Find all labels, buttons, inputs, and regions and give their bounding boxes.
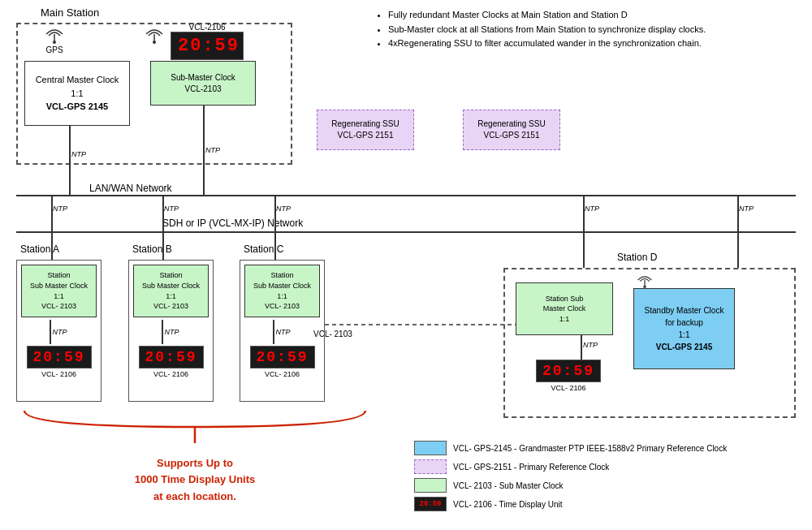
- legend-box-3: [414, 478, 447, 493]
- station-b-display-area: 20:59 VCL- 2106: [129, 346, 213, 378]
- station-c-vcl: VCL- 2106: [240, 370, 324, 378]
- central-master-clock: Central Master Clock 1:1 VCL-GPS 2145: [24, 61, 130, 126]
- ntp-d-right: NTP: [739, 205, 754, 213]
- station-d-ntp-line: [581, 335, 582, 360]
- standby-master-clock: Standby Master Clockfor backup 1:1 VCL-G…: [633, 288, 735, 369]
- station-a-digital: 20:59: [27, 346, 92, 368]
- station-a-box: StationSub Master Clock 1:1 VCL- 2103 NT…: [16, 260, 102, 402]
- main-station-label: Main Station: [41, 6, 99, 19]
- central-master-model: VCL-GPS 2145: [46, 100, 108, 114]
- vline-station-d: [583, 195, 585, 231]
- station-c-sub-title: StationSub Master Clock: [253, 270, 311, 291]
- curly-text: Supports Up to1000 Time Display Unitsat …: [16, 455, 374, 506]
- station-c-ntp-label: NTP: [276, 328, 291, 336]
- vline-central-left: [69, 126, 71, 196]
- svg-point-3: [153, 41, 156, 44]
- station-a-sub-title: StationSub Master Clock: [30, 270, 88, 291]
- station-c-sub-master: StationSub Master Clock 1:1 VCL- 2103: [244, 265, 320, 317]
- station-a-ntp-label: NTP: [53, 328, 67, 336]
- central-master-ratio: 1:1: [71, 87, 83, 101]
- legend-item-1: VCL- GPS-2145 - Grandmaster PTP IEEE-158…: [414, 441, 796, 455]
- station-a-vcl: VCL- 2106: [17, 370, 101, 378]
- station-c-model: VCL- 2103: [265, 301, 300, 312]
- legend-text-4: VCL- 2106 - Time Display Unit: [453, 500, 563, 509]
- station-b-ntp-row: NTP: [145, 320, 213, 344]
- station-a-label: Station A: [20, 243, 59, 255]
- station-d-sub-master: Station SubMaster Clock 1:1: [516, 282, 613, 335]
- legend-text-3: VCL- 2103 - Sub Master Clock: [453, 481, 564, 490]
- station-a-model: VCL- 2103: [41, 301, 76, 312]
- station-c-ratio: 1:1: [277, 291, 287, 302]
- standby-model: VCL-GPS 2145: [656, 341, 712, 353]
- regen-ssu-1: Regenerating SSU VCL-GPS 2151: [317, 110, 414, 150]
- bullet-2: Sub-Master clock at all Stations from Ma…: [388, 23, 796, 37]
- station-d-gps-antenna: [633, 272, 656, 290]
- legend-box-1: [414, 441, 447, 455]
- station-c-digital: 20:59: [250, 346, 315, 368]
- curly-brace-area: Supports Up to1000 Time Display Unitsat …: [16, 407, 374, 506]
- ntp-b-top: NTP: [164, 205, 179, 213]
- central-master-title: Central Master Clock: [36, 73, 119, 87]
- station-b-box: StationSub Master Clock 1:1 VCL- 2103 NT…: [128, 260, 214, 402]
- diagram: Fully redundant Master Clocks at Main St…: [0, 0, 812, 530]
- station-b-vcl: VCL- 2106: [129, 370, 213, 378]
- station-a-ntp-line: [50, 320, 51, 344]
- legend-text-2: VCL- GPS-2151 - Primary Reference Clock: [453, 463, 609, 472]
- vcl2106-top-label: VCL-2106 20:59: [171, 23, 244, 60]
- vline-a-sdh: [51, 231, 53, 260]
- legend-text-1: VCL- GPS-2145 - Grandmaster PTP IEEE-158…: [453, 444, 727, 453]
- station-c-label: Station C: [244, 243, 283, 255]
- station-a-ratio: 1:1: [54, 291, 64, 302]
- station-a-display-area: 20:59 VCL- 2106: [17, 346, 101, 378]
- legend-box-2: [414, 459, 447, 474]
- vline-c-sdh: [274, 231, 276, 260]
- sub-master-main: Sub-Master Clock VCL-2103: [150, 61, 256, 106]
- sdh-network-label: SDH or IP (VCL-MX-IP) Network: [162, 218, 303, 229]
- station-d-label: Station D: [617, 252, 657, 263]
- regen-ssu-2-model: VCL-GPS 2151: [484, 130, 540, 141]
- sub-master-model: VCL-2103: [184, 84, 221, 95]
- station-c-box: StationSub Master Clock 1:1 VCL- 2103 NT…: [240, 260, 325, 402]
- vline-d-right-sdh: [737, 231, 739, 268]
- station-a-sub-master: StationSub Master Clock 1:1 VCL- 2103: [21, 265, 97, 317]
- station-d-ratio: 1:1: [559, 314, 570, 325]
- ntp-label-left: NTP: [71, 150, 86, 158]
- station-d-vcl2106: VCL- 2106: [536, 384, 601, 392]
- legend-display-4: 20:59: [414, 497, 447, 511]
- station-c-display-area: 20:59 VCL- 2106: [240, 346, 324, 378]
- standby-title: Standby Master Clockfor backup: [645, 304, 724, 329]
- station-d-ntp-internal: NTP: [583, 341, 598, 349]
- station-b-ratio: 1:1: [166, 291, 176, 302]
- legend-item-2: VCL- GPS-2151 - Primary Reference Clock: [414, 459, 796, 474]
- bullet-3: 4xRegenerating SSU to filter accumulated…: [388, 37, 796, 51]
- station-c-ntp-line: [273, 320, 274, 344]
- vline-station-b: [162, 195, 164, 231]
- legend-item-3: VCL- 2103 - Sub Master Clock: [414, 478, 796, 493]
- lan-line: [16, 195, 796, 196]
- sdh-line: [16, 231, 796, 233]
- ntp-a-top: NTP: [53, 205, 67, 213]
- svg-point-1: [53, 41, 56, 44]
- sub-master-title: Sub-Master Clock: [171, 72, 235, 84]
- station-b-ntp-label: NTP: [165, 328, 179, 336]
- legend-item-4: 20:59 VCL- 2106 - Time Display Unit: [414, 497, 796, 511]
- vline-sub-master: [203, 106, 205, 196]
- vline-d-sdh: [583, 231, 585, 268]
- gps-label-left: GPS: [42, 45, 67, 54]
- curly-brace-svg: [16, 407, 374, 447]
- vline-station-a: [51, 195, 53, 231]
- ntp-c-top: NTP: [276, 205, 291, 213]
- lan-network-label: LAN/WAN Network: [89, 183, 172, 194]
- regen-ssu-2: Regenerating SSU VCL-GPS 2151: [463, 110, 560, 150]
- regen-ssu-1-model: VCL-GPS 2151: [338, 130, 394, 141]
- station-b-label: Station B: [132, 243, 172, 255]
- vcl2106-label: VCL-2106: [171, 23, 244, 32]
- bullets-section: Fully redundant Master Clocks at Main St…: [374, 8, 796, 51]
- station-b-model: VCL- 2103: [153, 301, 188, 312]
- gps-antenna-left: GPS: [42, 24, 67, 54]
- station-d-sub-title: Station SubMaster Clock: [543, 294, 586, 314]
- legend: VCL- GPS-2145 - Grandmaster PTP IEEE-158…: [414, 441, 796, 515]
- station-b-sub-title: StationSub Master Clock: [142, 270, 200, 291]
- vline-b-sdh: [162, 231, 164, 260]
- vline-station-c: [274, 195, 276, 231]
